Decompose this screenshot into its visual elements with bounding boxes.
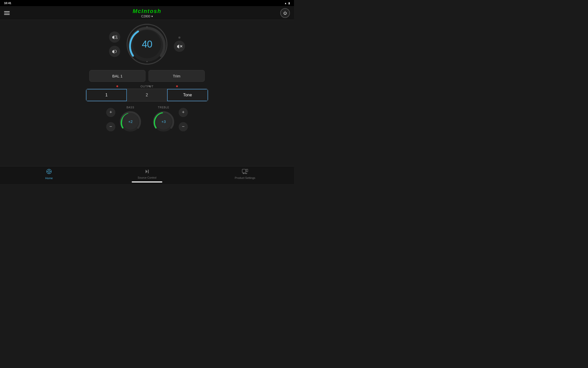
battery-icon: ▮ xyxy=(288,2,290,5)
svg-line-0 xyxy=(117,38,117,39)
input-buttons-row: BAL 1 Trim xyxy=(89,70,205,82)
tone-button[interactable]: Tone xyxy=(167,89,208,101)
output-dot-right xyxy=(176,85,178,87)
treble-value: +3 xyxy=(161,119,166,124)
bass-plus-button[interactable]: + xyxy=(106,108,115,117)
mute-icon xyxy=(177,44,182,49)
power-button[interactable]: ⏻ xyxy=(280,8,290,18)
volume-knob[interactable]: 40 xyxy=(125,22,169,66)
nav-indicator xyxy=(132,181,162,182)
svg-rect-21 xyxy=(242,169,246,173)
nav-source-control-label: Source Control xyxy=(138,176,156,179)
volume-section: 40 xyxy=(109,22,185,66)
status-bar: 10:41 ▲ ▮ xyxy=(0,0,294,6)
device-name[interactable]: C2800 ▾ xyxy=(133,15,162,18)
bass-control: + − BASS +2 xyxy=(106,106,142,133)
bass-adj-buttons: + − xyxy=(106,108,115,131)
output-buttons: 1 2 Tone xyxy=(86,89,208,101)
volume-buttons xyxy=(109,31,120,57)
main-content: 40 BAL 1 Trim OUTPUT xyxy=(0,20,294,166)
output-header: OUTPUT xyxy=(86,85,208,87)
bottom-nav: Home Source Control Product Settings xyxy=(0,166,294,184)
bass-knob[interactable]: +2 xyxy=(119,110,142,133)
output-dot-left xyxy=(116,85,118,87)
hamburger-menu-button[interactable] xyxy=(4,11,10,15)
mute-button[interactable] xyxy=(174,41,185,52)
treble-label: TREBLE xyxy=(152,106,175,109)
treble-control: TREBLE +3 + − xyxy=(152,106,188,133)
svg-rect-22 xyxy=(246,169,248,172)
output-2-button[interactable]: 2 xyxy=(127,89,167,101)
bal1-button[interactable]: BAL 1 xyxy=(89,70,145,82)
home-icon xyxy=(46,169,52,176)
svg-rect-20 xyxy=(148,170,149,174)
svg-point-6 xyxy=(146,61,148,62)
output-label: OUTPUT xyxy=(140,85,153,88)
nav-home-label: Home xyxy=(45,177,53,180)
bass-knob-wrapper: BASS +2 xyxy=(119,106,142,133)
nav-product-settings-label: Product Settings xyxy=(235,176,255,179)
volume-up-button[interactable] xyxy=(109,31,120,43)
app-header: McIntosh C2800 ▾ ⏻ xyxy=(0,6,294,20)
treble-plus-button[interactable]: + xyxy=(179,108,188,117)
status-time: 10:41 xyxy=(4,2,11,5)
bass-value: +2 xyxy=(128,119,132,124)
volume-display: 40 xyxy=(142,39,152,50)
device-dropdown-icon: ▾ xyxy=(151,15,153,18)
output-1-button[interactable]: 1 xyxy=(86,89,127,101)
wifi-icon: ▲ xyxy=(284,2,287,5)
tone-section: + − BASS +2 TREBLE xyxy=(106,106,188,133)
volume-down-button[interactable] xyxy=(109,46,120,57)
treble-knob[interactable]: +3 xyxy=(152,110,175,133)
status-icons: ▲ ▮ xyxy=(284,2,290,5)
svg-line-1 xyxy=(117,38,117,38)
nav-product-settings[interactable]: Product Settings xyxy=(196,169,294,181)
mute-indicator xyxy=(178,37,180,39)
trim-button[interactable]: Trim xyxy=(149,70,205,82)
bass-label: BASS xyxy=(119,106,142,109)
svg-marker-19 xyxy=(146,170,148,174)
treble-knob-wrapper: TREBLE +3 xyxy=(152,106,175,133)
svg-point-14 xyxy=(48,170,50,172)
svg-point-25 xyxy=(246,173,247,174)
source-control-icon xyxy=(144,169,150,175)
volume-down-icon xyxy=(112,49,117,54)
svg-point-5 xyxy=(146,26,148,27)
power-icon: ⏻ xyxy=(283,11,287,15)
output-section: OUTPUT 1 2 Tone xyxy=(86,85,208,101)
brand-logo: McIntosh xyxy=(133,8,162,15)
treble-minus-button[interactable]: − xyxy=(179,122,188,131)
bass-minus-button[interactable]: − xyxy=(106,122,115,131)
mute-side xyxy=(174,37,185,52)
treble-adj-buttons: + − xyxy=(179,108,188,131)
nav-home[interactable]: Home xyxy=(0,169,98,182)
volume-up-icon xyxy=(112,35,117,39)
header-center: McIntosh C2800 ▾ xyxy=(133,8,162,18)
product-settings-icon xyxy=(242,169,248,175)
nav-source-control[interactable]: Source Control xyxy=(98,169,196,181)
svg-point-24 xyxy=(243,173,244,174)
